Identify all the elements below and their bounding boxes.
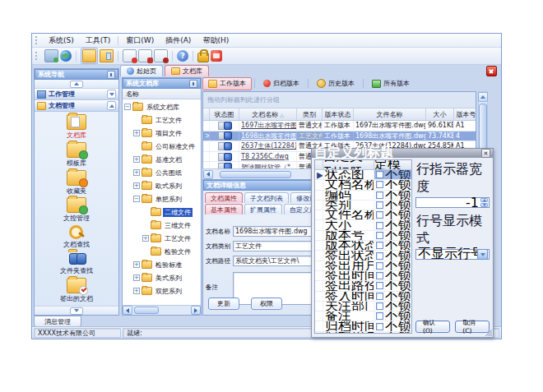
sidebar-item-文档查找[interactable]: 文档查找 bbox=[35, 225, 118, 249]
close-document-button[interactable] bbox=[486, 66, 497, 76]
checkbox-icon[interactable] bbox=[376, 211, 383, 219]
help-icon[interactable]: ? bbox=[177, 50, 188, 62]
lock-mode-cell[interactable]: 不锁定 bbox=[374, 302, 411, 311]
tree-node-工艺文件[interactable]: +工艺文件 bbox=[123, 232, 201, 245]
folder-view-icon[interactable] bbox=[100, 49, 114, 62]
dialog-column-row[interactable]: 编码不锁定 bbox=[315, 191, 411, 201]
doc-remove-icon[interactable] bbox=[154, 49, 168, 62]
sidebar-item-收藏夹[interactable]: 收藏夹 bbox=[35, 170, 118, 196]
tree-node-美式系列[interactable]: +美式系列 bbox=[123, 271, 201, 284]
tree-toggle-icon[interactable]: + bbox=[133, 169, 140, 176]
scroll-right-icon[interactable] bbox=[191, 306, 201, 315]
dialog-title-bar[interactable]: 自定义列标题 bbox=[312, 149, 493, 158]
grid-header-文件名称[interactable]: 文件名称 bbox=[354, 108, 426, 120]
tree-node-基准文档[interactable]: +基准文档 bbox=[123, 153, 201, 166]
menu-item-2[interactable]: 窗口(W) bbox=[120, 35, 160, 47]
dialog-column-row[interactable]: 签出时间不锁定 bbox=[315, 271, 411, 281]
dialog-column-row[interactable]: 文档名称不锁定 bbox=[315, 180, 411, 190]
lock-mode-cell[interactable]: 不锁定 bbox=[374, 281, 411, 290]
tab-document-library[interactable]: 文档库 bbox=[165, 65, 209, 76]
lock-mode-cell[interactable]: 不锁定 bbox=[374, 271, 411, 280]
tree-node-工艺文件[interactable]: 工艺文件 bbox=[123, 113, 201, 127]
scroll-thumb[interactable] bbox=[134, 307, 159, 314]
table-row[interactable]: 1697出水嘴零件图.dwg普通文档工作版本1697出水嘴零件图.dwg96.6… bbox=[203, 121, 476, 131]
grid-header-类别[interactable]: 类别 bbox=[297, 108, 323, 120]
doc-name-cell[interactable]: T8 2356C.dwg bbox=[239, 152, 297, 162]
confirm-button[interactable]: 确认 (O) bbox=[415, 321, 450, 333]
tree-node-检验标准[interactable]: +检验标准 bbox=[123, 258, 201, 271]
checkbox-icon[interactable] bbox=[376, 222, 383, 229]
lock-mode-cell[interactable]: 不锁定 bbox=[374, 231, 411, 240]
scroll-up-icon[interactable] bbox=[478, 92, 488, 102]
logout-icon[interactable] bbox=[211, 50, 222, 62]
menu-item-1[interactable]: 工具(T) bbox=[80, 35, 117, 47]
checkbox-icon[interactable] bbox=[376, 201, 383, 209]
tree-node-检验文件[interactable]: 检验文件 bbox=[123, 245, 201, 258]
sidebar-scroll-down[interactable] bbox=[35, 306, 118, 315]
menu-item-0[interactable]: 系统(S) bbox=[43, 35, 80, 47]
version-tab-历史版本[interactable]: 历史版本 bbox=[311, 77, 360, 90]
cancel-button[interactable]: 取消 (C) bbox=[455, 321, 490, 333]
details-tab-子文档列表[interactable]: 子文档列表 bbox=[244, 192, 289, 203]
dialog-column-row[interactable]: 归档用户不锁定 bbox=[315, 332, 411, 334]
sidebar-item-模板库[interactable]: 模板库 bbox=[35, 142, 118, 168]
table-row[interactable]: >1698出水嘴零件图.dwg工艺文件工作版本1698出水嘴零件图.dwg73.… bbox=[203, 131, 476, 142]
globe-icon[interactable] bbox=[60, 50, 72, 62]
doc-lock-icon[interactable] bbox=[138, 49, 152, 62]
tree-node-二维文件[interactable]: 二维文件 bbox=[123, 205, 201, 219]
tree-node-三维文件[interactable]: 三维文件 bbox=[123, 219, 201, 232]
pin-icon[interactable] bbox=[189, 80, 197, 88]
dialog-column-row[interactable]: 签出路径不锁定 bbox=[315, 281, 411, 291]
spin-down-icon[interactable] bbox=[480, 203, 488, 207]
lock-mode-cell[interactable]: 不锁定 bbox=[374, 220, 411, 229]
checkbox-icon[interactable] bbox=[376, 272, 383, 279]
grid-header-文档名称[interactable]: 文档名称△ bbox=[239, 108, 297, 120]
tree-column-header[interactable]: 名称 bbox=[123, 89, 201, 99]
doc-path-input[interactable]: 系统文档夹\工艺文件\ bbox=[233, 256, 313, 266]
tree-toggle-icon[interactable]: − bbox=[124, 104, 131, 110]
version-tab-工作版本[interactable]: 工作版本 bbox=[202, 77, 252, 90]
sidebar-item-文件夹查找[interactable]: 文件夹查找 bbox=[35, 251, 118, 275]
toolbar-toggle[interactable] bbox=[81, 48, 98, 64]
dialog-column-row[interactable]: 文件名称不锁定 bbox=[315, 210, 411, 220]
checkbox-icon[interactable] bbox=[376, 181, 383, 188]
dialog-column-row[interactable]: 大小不锁定 bbox=[315, 220, 411, 230]
tree-toggle-icon[interactable]: + bbox=[133, 261, 140, 268]
checkbox-icon[interactable] bbox=[376, 312, 383, 320]
dialog-column-row[interactable]: 归档时间不锁定 bbox=[315, 321, 411, 331]
sidebar-item-文控管理[interactable]: 文控管理 bbox=[35, 197, 118, 223]
dialog-column-row[interactable]: 签入时间不锁定 bbox=[315, 292, 411, 302]
details-tab-扩展属性[interactable]: 扩展属性 bbox=[244, 204, 282, 214]
sidebar-group-work[interactable]: 工作管理 bbox=[35, 89, 118, 100]
checkbox-icon[interactable] bbox=[376, 262, 383, 270]
doc-name-cell[interactable]: 1698出水嘴零件图.dwg bbox=[239, 131, 297, 141]
tree-node-项目文件[interactable]: +项目文件 bbox=[123, 127, 201, 140]
menu-item-4[interactable]: 帮助(H) bbox=[197, 35, 234, 47]
doc-name-input[interactable]: 1698出水嘴零件图.dwg bbox=[233, 226, 313, 237]
doc-add-icon[interactable] bbox=[123, 49, 137, 62]
permissions-button[interactable]: 权限 bbox=[251, 297, 282, 310]
message-manager-tab[interactable]: 消息管理 bbox=[34, 316, 81, 327]
lock-mode-cell[interactable]: 不锁定 bbox=[374, 311, 411, 321]
version-tab-所有版本[interactable]: 所有版本 bbox=[366, 77, 415, 90]
dialog-column-row[interactable]: 签出状态不锁定 bbox=[315, 251, 411, 261]
lock-mode-cell[interactable]: 不锁定 bbox=[374, 332, 411, 334]
row-indicator-width-spinner[interactable]: -1 bbox=[415, 197, 490, 208]
lock-mode-cell[interactable]: 不锁定 bbox=[374, 292, 411, 301]
menu-item-3[interactable]: 插件(A) bbox=[160, 35, 197, 47]
grid-header-版本号[interactable]: 版本号 bbox=[454, 108, 476, 120]
resize-grip[interactable] bbox=[485, 330, 492, 336]
checkbox-icon[interactable] bbox=[376, 191, 383, 199]
dialog-column-row[interactable]: 类别不锁定 bbox=[315, 201, 411, 210]
dialog-column-row[interactable]: 签出用户不锁定 bbox=[315, 261, 411, 271]
lock-mode-cell[interactable]: 不锁定 bbox=[374, 251, 411, 260]
tree-horizontal-scrollbar[interactable] bbox=[123, 305, 201, 315]
chevron-down-icon[interactable] bbox=[477, 249, 488, 260]
lock-mode-cell[interactable]: 不锁定 bbox=[374, 180, 411, 189]
lock-mode-cell[interactable]: 不锁定 bbox=[374, 210, 411, 219]
dialog-column-row[interactable]: 版本号不锁定 bbox=[315, 231, 411, 241]
spin-up-icon[interactable] bbox=[480, 198, 488, 202]
checkbox-icon[interactable] bbox=[376, 252, 383, 260]
sidebar-scroll-up[interactable] bbox=[35, 80, 118, 89]
row-number-mode-dropdown[interactable]: 不显示行号 bbox=[415, 249, 490, 260]
